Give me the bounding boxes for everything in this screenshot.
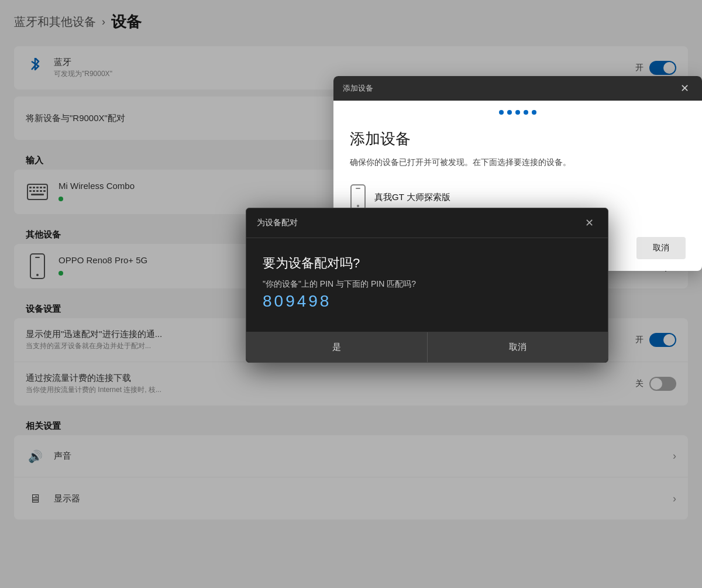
pair-question: "你的设备"上的 PIN 与下面的 PIN 匹配吗?: [263, 279, 591, 290]
pair-close-button[interactable]: ✕: [581, 215, 597, 231]
pair-pin: 809498: [263, 292, 591, 311]
dot-1: [499, 110, 504, 115]
pair-actions: 是 取消: [246, 332, 608, 362]
add-device-cancel-button[interactable]: 取消: [636, 237, 686, 259]
realme-phone-icon: [350, 184, 366, 210]
pair-dialog-title: 为设备配对: [257, 218, 298, 228]
svg-rect-17: [356, 188, 360, 189]
svg-point-16: [357, 205, 359, 207]
pair-body: 要为设备配对吗? "你的设备"上的 PIN 与下面的 PIN 匹配吗? 8094…: [246, 238, 608, 332]
pair-cancel-button[interactable]: 取消: [428, 332, 608, 362]
realme-device-label: 真我GT 大师探索版: [374, 192, 450, 203]
pair-heading: 要为设备配对吗?: [263, 255, 591, 272]
add-device-titlebar: 添加设备 ✕: [333, 76, 702, 101]
dot-2: [507, 110, 512, 115]
pair-titlebar: 为设备配对 ✕: [246, 208, 608, 238]
pair-device-dialog: 为设备配对 ✕ 要为设备配对吗? "你的设备"上的 PIN 与下面的 PIN 匹…: [246, 208, 608, 363]
dot-3: [515, 110, 520, 115]
dot-5: [532, 110, 536, 115]
pair-confirm-button[interactable]: 是: [246, 332, 428, 362]
dot-4: [524, 110, 528, 115]
add-device-dialog-title: 添加设备: [350, 129, 686, 149]
add-device-dots: [333, 101, 702, 119]
add-device-close-button[interactable]: ✕: [677, 82, 693, 95]
add-device-desc: 确保你的设备已打开并可被发现。在下面选择要连接的设备。: [350, 157, 686, 168]
add-device-title: 添加设备: [343, 83, 373, 94]
